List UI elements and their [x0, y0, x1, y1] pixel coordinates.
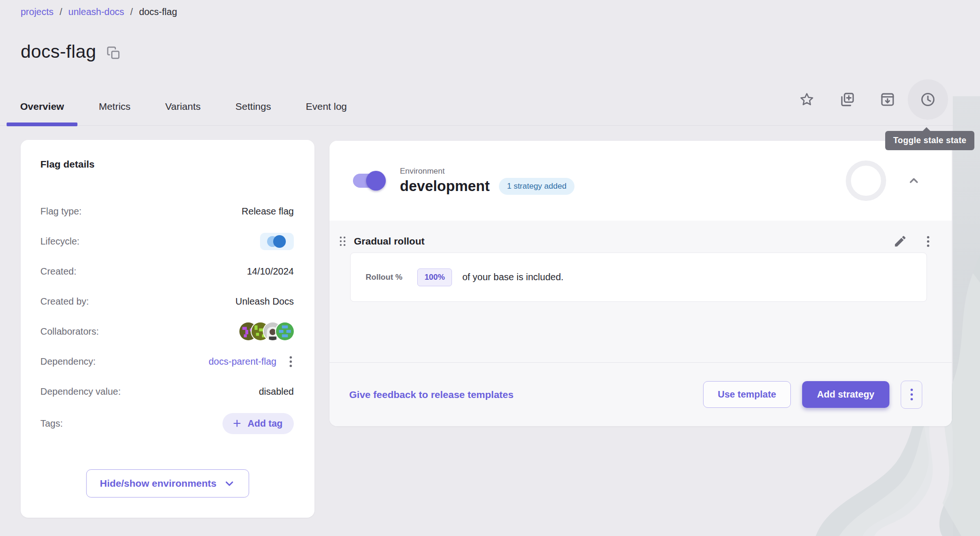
- created-by-row: Created by: Unleash Docs: [40, 286, 294, 316]
- copy-flag-button[interactable]: [827, 79, 867, 120]
- tab-label: Overview: [20, 101, 64, 112]
- add-strategy-button[interactable]: Add strategy: [802, 381, 889, 408]
- dependency-link[interactable]: docs-parent-flag: [208, 356, 276, 367]
- tab-settings[interactable]: Settings: [222, 87, 285, 126]
- dependency-value: disabled: [259, 386, 294, 397]
- page-title: docs-flag: [21, 41, 96, 62]
- flag-type-row: Flag type: Release flag: [40, 196, 294, 226]
- metrics-ring: [846, 161, 886, 201]
- copy-icon: [107, 46, 121, 60]
- environment-name: development: [400, 178, 490, 195]
- lifecycle-row: Lifecycle:: [40, 226, 294, 256]
- tab-label: Settings: [236, 101, 271, 112]
- hide-show-environments-button[interactable]: Hide/show environments: [86, 469, 249, 498]
- row-label: Dependency:: [40, 356, 96, 367]
- environment-toggle[interactable]: [353, 174, 383, 188]
- dependency-menu-button[interactable]: [288, 354, 294, 369]
- rollout-description: of your base is included.: [462, 272, 564, 283]
- row-label: Collaborators:: [40, 326, 99, 337]
- collapse-environment-button[interactable]: [904, 171, 924, 191]
- strategy-count-badge: 1 strategy added: [499, 178, 574, 195]
- strategy-menu-button[interactable]: [925, 234, 931, 249]
- environment-menu-button[interactable]: [901, 381, 922, 409]
- flag-details-heading: Flag details: [40, 159, 294, 170]
- breadcrumb: projects / unleash-docs / docs-flag: [21, 7, 177, 17]
- breadcrumb-separator: /: [60, 7, 62, 17]
- archive-button[interactable]: [867, 79, 908, 120]
- copy-plus-icon: [839, 92, 855, 107]
- row-label: Created by:: [40, 296, 89, 307]
- rollout-value-chip: 100%: [417, 268, 452, 286]
- favorite-button[interactable]: [787, 79, 827, 120]
- avatar[interactable]: [276, 322, 294, 340]
- star-icon: [799, 92, 815, 107]
- edit-strategy-button[interactable]: [891, 232, 909, 250]
- tab-label: Variants: [165, 101, 200, 112]
- stale-tooltip: Toggle stale state: [885, 131, 974, 150]
- drag-handle[interactable]: [336, 233, 349, 250]
- tab-metrics[interactable]: Metrics: [85, 87, 144, 126]
- row-label: Lifecycle:: [40, 236, 79, 247]
- strategy-title: Gradual rollout: [354, 236, 425, 247]
- collaborators-row: Collaborators:: [40, 316, 294, 346]
- created-row: Created: 14/10/2024: [40, 256, 294, 286]
- copy-flag-name-button[interactable]: [107, 43, 121, 60]
- environment-label: Environment: [400, 167, 574, 176]
- row-label: Flag type:: [40, 206, 82, 217]
- chevron-down-icon: [223, 477, 235, 490]
- rollout-summary: Rollout % 100% of your base is included.: [350, 253, 927, 302]
- tab-label: Metrics: [99, 101, 130, 112]
- environment-footer: Give feedback to release templates Use t…: [329, 362, 952, 426]
- tab-variants[interactable]: Variants: [152, 87, 214, 126]
- flag-details-card: Flag details Flag type: Release flag Lif…: [21, 140, 314, 518]
- plus-icon: [232, 418, 242, 429]
- lifecycle-live-icon[interactable]: [260, 233, 294, 250]
- breadcrumb-current: docs-flag: [139, 7, 177, 17]
- row-label: Tags:: [40, 418, 63, 429]
- created-value: 14/10/2024: [247, 266, 294, 277]
- row-label: Created:: [40, 266, 77, 277]
- tooltip-text: Toggle stale state: [893, 136, 966, 145]
- clock-icon: [919, 91, 936, 108]
- breadcrumb-link-projects[interactable]: projects: [21, 7, 54, 17]
- flag-toolbar: [787, 79, 948, 120]
- chevron-up-icon: [907, 174, 921, 188]
- created-by-value: Unleash Docs: [235, 296, 294, 307]
- dependency-value-row: Dependency value: disabled: [40, 376, 294, 406]
- rollout-label: Rollout %: [366, 273, 402, 282]
- kebab-icon: [927, 236, 929, 238]
- release-templates-feedback-link[interactable]: Give feedback to release templates: [349, 389, 513, 400]
- tags-row: Tags: Add tag: [40, 406, 294, 440]
- use-template-button[interactable]: Use template: [703, 381, 791, 408]
- toggle-stale-button[interactable]: [908, 79, 948, 120]
- row-label: Dependency value:: [40, 386, 121, 397]
- strategy-header: Gradual rollout: [336, 221, 931, 241]
- strategy-section: Gradual rollout Rollout % 100% of your b…: [329, 221, 952, 426]
- environment-card: Environment development 1 strategy added…: [329, 141, 952, 426]
- active-tab-indicator: [7, 123, 77, 126]
- archive-icon: [880, 92, 896, 107]
- flag-type-value: Release flag: [242, 206, 294, 217]
- breadcrumb-separator: /: [130, 7, 133, 17]
- add-tag-label: Add tag: [248, 418, 283, 429]
- environment-header: Environment development 1 strategy added: [329, 141, 952, 221]
- collaborator-avatars: [239, 322, 294, 340]
- hide-show-label: Hide/show environments: [100, 478, 217, 489]
- tab-event-log[interactable]: Event log: [292, 87, 360, 126]
- kebab-icon: [911, 389, 913, 391]
- add-tag-button[interactable]: Add tag: [222, 413, 294, 434]
- tab-bar: Overview Metrics Variants Settings Event…: [7, 87, 360, 126]
- tab-label: Event log: [306, 101, 347, 112]
- dependency-row: Dependency: docs-parent-flag: [40, 346, 294, 376]
- tab-overview[interactable]: Overview: [7, 87, 77, 126]
- kebab-icon: [290, 356, 292, 359]
- drag-dots-icon: [340, 237, 342, 238]
- pencil-icon: [893, 234, 907, 248]
- title-row: docs-flag: [21, 41, 121, 62]
- breadcrumb-link-unleash-docs[interactable]: unleash-docs: [69, 7, 124, 17]
